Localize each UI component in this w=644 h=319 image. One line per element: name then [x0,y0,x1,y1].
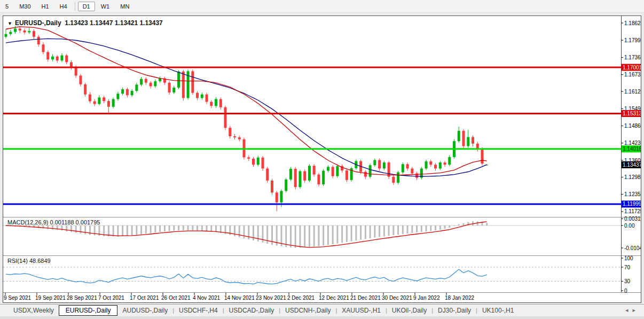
svg-text:2 Dec 2021: 2 Dec 2021 [287,295,315,301]
svg-text:21 Dec 2021: 21 Dec 2021 [350,295,381,301]
chart-canvas[interactable]: 1.186251.179951.173651.167351.161201.154… [3,16,641,302]
price-axis: 1.186251.179951.173651.167351.161201.154… [621,20,641,215]
svg-text:9 Jan 2022: 9 Jan 2022 [413,295,440,301]
timeframe-button-h1[interactable]: H1 [37,2,54,11]
timeframe-button-h4[interactable]: H4 [55,2,72,11]
candles-layer [5,26,489,211]
svg-text:18 Jan 2022: 18 Jan 2022 [445,295,474,301]
tab-ukoil-daily[interactable]: UKOil-,Daily [387,306,431,315]
svg-text:1.11725: 1.11725 [624,208,641,214]
chart-window: 1.186251.179951.173651.167351.161201.154… [3,15,641,303]
window-bottom-strip [0,316,644,319]
svg-text:1.14860: 1.14860 [624,123,641,129]
tab-usdchf-h4[interactable]: USDCHF-,H4 [174,306,223,315]
svg-text:1.11999: 1.11999 [623,201,641,207]
svg-text:1.16120: 1.16120 [624,89,641,95]
macd-label: MACD(12,26,9) 0.001188 0.001795 [7,219,100,225]
svg-text:1.17001: 1.17001 [623,65,641,71]
chart-tabbar: USDX,WeeklyEURUSD-,DailyAUDUSD-,Daily|US… [0,304,644,316]
timeframe-toolbar: 5M30H1H4D1W1MN [0,0,644,13]
svg-text:1.13437: 1.13437 [623,162,641,168]
svg-text:17 Oct 2021: 17 Oct 2021 [130,295,159,301]
svg-text:26 Oct 2021: 26 Oct 2021 [161,295,191,301]
svg-text:30 Dec 2021: 30 Dec 2021 [382,295,412,301]
price-levels-layer [3,67,621,204]
tab-usdx-weekly[interactable]: USDX,Weekly [9,306,59,315]
mt4-window: 5M30H1H4D1W1MN 1.186251.179951.173651.16… [0,0,644,319]
svg-text:28 Sep 2021: 28 Sep 2021 [67,295,97,301]
timeframe-button-5[interactable]: 5 [1,2,13,11]
tab-usdcad-daily[interactable]: USDCAD-,Daily [224,306,279,315]
svg-text:9 Sep 2021: 9 Sep 2021 [4,295,32,301]
svg-text:0.003165: 0.003165 [624,216,641,222]
timeframe-button-m30[interactable]: M30 [14,2,35,11]
svg-text:1.18625: 1.18625 [624,20,641,26]
svg-text:-0.01043: -0.01043 [624,245,641,251]
rsi-value: 48.6849 [28,258,51,264]
svg-text:12 Dec 2021: 12 Dec 2021 [319,295,349,301]
tab-uk100-h1[interactable]: UK100-,H1 [477,306,519,315]
svg-text:1.16735: 1.16735 [624,72,641,77]
rsi-panel: 10070300 [3,255,633,294]
timeframe-button-d1[interactable]: D1 [78,2,95,11]
svg-text:0: 0 [624,288,627,294]
svg-text:23 Nov 2021: 23 Nov 2021 [256,295,286,301]
svg-text:1.17365: 1.17365 [624,55,641,60]
tab-scroll-arrows: ◂▸ [625,307,640,314]
svg-text:100: 100 [624,255,633,261]
macd-values: 0.001188 0.001795 [48,219,100,225]
svg-text:0.00: 0.00 [624,223,635,229]
moving-averages-layer [6,27,487,176]
svg-text:30: 30 [624,278,631,284]
svg-text:19 Sep 2021: 19 Sep 2021 [35,295,66,301]
chart-symbol-label: EURUSD-,Daily [15,19,61,27]
svg-text:1.12985: 1.12985 [624,174,641,180]
tab-usdcnh-daily[interactable]: USDCNH-,Daily [280,306,335,315]
tab-eurusd-daily[interactable]: EURUSD-,Daily [59,305,118,316]
date-axis: 9 Sep 202119 Sep 202128 Sep 20217 Oct 20… [4,293,474,301]
chart-ohlc-values: 1.13423 1.13447 1.13421 1.13437 [61,19,163,27]
timeframe-button-w1[interactable]: W1 [96,2,115,11]
rsi-label: RSI(14) 48.6849 [7,258,51,264]
svg-text:4 Nov 2021: 4 Nov 2021 [193,295,221,301]
tab-dj30-daily[interactable]: DJ30-,Daily [433,306,476,315]
svg-text:14 Nov 2021: 14 Nov 2021 [224,295,255,301]
svg-text:1.15313: 1.15313 [623,111,641,116]
chart-tabs: USDX,WeeklyEURUSD-,DailyAUDUSD-,Daily|US… [9,306,519,316]
toolbar-separator [75,2,75,11]
tab-scroll-left-icon[interactable]: ◂ [625,307,633,313]
chart-title: ▼EURUSD-,Daily 1.13423 1.13447 1.13421 1… [7,19,163,27]
panel-frames [3,16,641,293]
macd-name: MACD(12,26,9) [7,219,48,225]
svg-text:1.14016: 1.14016 [623,146,641,152]
svg-text:7 Oct 2021: 7 Oct 2021 [98,295,124,301]
tab-scroll-right-icon[interactable]: ▸ [632,307,640,313]
svg-text:70: 70 [624,264,631,270]
chart-dropdown-icon[interactable]: ▼ [7,21,12,26]
rsi-name: RSI(14) [7,258,28,264]
tab-audusd-daily[interactable]: AUDUSD-,Daily [117,306,172,315]
svg-text:1.17995: 1.17995 [624,37,641,43]
timeframe-button-mn[interactable]: MN [115,2,134,11]
tab-xauusd-h1[interactable]: XAUUSD-,H1 [337,306,386,315]
svg-text:1.14230: 1.14230 [624,140,641,146]
svg-text:1.12355: 1.12355 [624,191,641,197]
